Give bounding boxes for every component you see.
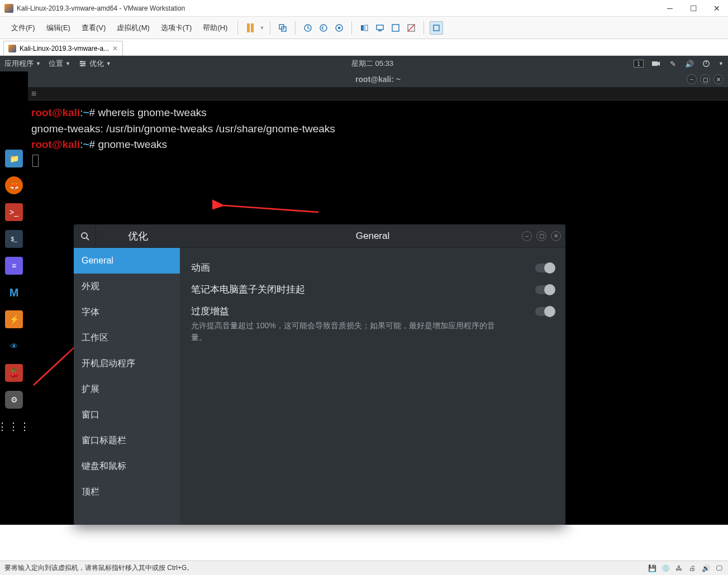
dock-terminal2[interactable]: $_ [5, 230, 23, 248]
unity-icon[interactable] [405, 21, 418, 35]
tweaks-panel-icon [78, 59, 87, 68]
row-lid-label: 笔记本电脑盖子关闭时挂起 [191, 283, 535, 296]
svg-point-18 [83, 63, 85, 65]
sidebar-list: General 外观 字体 工作区 开机启动程序 扩展 窗口 窗口标题栏 键盘和… [74, 248, 180, 525]
camera-icon[interactable] [651, 59, 660, 68]
view-console-icon[interactable] [373, 21, 387, 35]
pause-button[interactable] [244, 21, 257, 35]
sidebar-item-windows[interactable]: 窗口 [74, 402, 180, 428]
close-button[interactable]: ✕ [710, 2, 724, 15]
switch-lid-suspend[interactable] [535, 285, 554, 294]
fullscreen-icon[interactable] [389, 21, 402, 35]
status-display-icon[interactable]: 🖵 [715, 564, 724, 573]
svg-rect-20 [652, 61, 658, 66]
minimize-button[interactable]: ─ [663, 2, 677, 15]
terminal-minimize-button[interactable]: – [687, 74, 697, 84]
vmware-menubar: 文件(F) 编辑(E) 查看(V) 虚拟机(M) 选项卡(T) 帮助(H) ▼ [0, 17, 728, 39]
sidebar-item-keyboard[interactable]: 键盘和鼠标 [74, 453, 180, 479]
panel-optimize[interactable]: 优化▼ [78, 59, 111, 69]
sidebar-item-appearance[interactable]: 外观 [74, 274, 180, 299]
status-usb-icon[interactable]: 🖨 [688, 564, 697, 573]
clock-manage-icon[interactable] [332, 21, 346, 35]
panel-clock[interactable]: 星期二 05:33 [111, 59, 634, 69]
separator [351, 21, 352, 35]
row-animations-label: 动画 [191, 261, 535, 274]
sidebar-item-titlebars[interactable]: 窗口标题栏 [74, 428, 180, 453]
menu-tabs[interactable]: 选项卡(T) [156, 21, 197, 35]
svg-rect-8 [377, 25, 383, 30]
menu-vm[interactable]: 虚拟机(M) [112, 21, 154, 35]
window-title: Kali-Linux-2019.3-vmware-amd64 - VMware … [17, 4, 663, 12]
clock-icon[interactable] [301, 21, 315, 35]
svg-rect-9 [378, 30, 382, 31]
menu-edit[interactable]: 编辑(E) [42, 21, 75, 35]
terminal-split-icon[interactable]: ⊞ [31, 90, 36, 97]
status-cd-icon[interactable]: 💿 [661, 564, 670, 573]
tweaks-main: General – ▢ ✕ 动画 笔记本电脑盖子关闭时挂起 [180, 224, 565, 525]
vm-tab-label: Kali-Linux-2019.3-vmware-a... [20, 45, 109, 52]
status-disk-icon[interactable]: 💾 [648, 564, 656, 573]
dock-settings[interactable]: ⚙ [5, 391, 23, 409]
svg-point-19 [81, 65, 83, 67]
brush-icon[interactable]: ✎ [668, 59, 677, 68]
switch-overamp[interactable] [535, 307, 554, 316]
clock-back-icon[interactable] [317, 21, 330, 35]
dock-eye[interactable]: 👁 [5, 337, 23, 355]
tweaks-maximize-button[interactable]: ▢ [536, 231, 546, 241]
vm-tab[interactable]: Kali-Linux-2019.3-vmware-a... ✕ [3, 41, 123, 55]
dock-apps[interactable]: ⋮⋮⋮ [5, 418, 23, 435]
panel-applications[interactable]: 应用程序▼ [4, 59, 41, 69]
vmware-titlebar: Kali-Linux-2019.3-vmware-amd64 - VMware … [0, 0, 728, 17]
menu-file[interactable]: 文件(F) [7, 21, 40, 35]
switch-animations[interactable] [535, 263, 554, 272]
menu-help[interactable]: 帮助(H) [198, 21, 232, 35]
sidebar-item-extensions[interactable]: 扩展 [74, 376, 180, 402]
dock-firefox[interactable]: 🦊 [5, 176, 23, 194]
terminal-titlebar: root@kali: ~ – ▢ ✕ [28, 71, 728, 87]
tweaks-header: General – ▢ ✕ [180, 224, 565, 248]
row-overamp-desc: 允许提高音量超过 100%，这可能会导致音质损失；如果可能，最好是增加应用程序的… [191, 320, 504, 343]
status-sound-icon[interactable]: 🔊 [701, 564, 710, 573]
workspace-indicator[interactable]: 1 [634, 60, 644, 68]
terminal-size-bar: ⊞ [28, 87, 728, 100]
dock-terminal[interactable]: >_ [5, 203, 23, 221]
dock-burp[interactable]: ⚡ [5, 310, 23, 328]
sidebar-item-general[interactable]: General [74, 248, 180, 274]
dock-metasploit[interactable]: M [5, 284, 23, 301]
sidebar-item-startup[interactable]: 开机启动程序 [74, 351, 180, 376]
panel-places[interactable]: 位置▼ [49, 59, 70, 69]
svg-rect-13 [434, 25, 439, 31]
sidebar-item-topbar[interactable]: 顶栏 [74, 479, 180, 505]
search-icon [80, 232, 89, 241]
svg-rect-10 [392, 25, 399, 31]
sidebar-item-workspaces[interactable]: 工作区 [74, 325, 180, 351]
dock-cherry[interactable]: 🍒 [5, 364, 23, 382]
separator [237, 21, 238, 35]
guest-display[interactable]: 应用程序▼ 位置▼ 优化▼ 星期二 05:33 1 ✎ 🔊 ▼ 📁 🦊 >_ $… [0, 56, 728, 525]
dock-files[interactable]: 📁 [5, 150, 23, 167]
status-network-icon[interactable]: 🖧 [674, 564, 683, 573]
snapshot-icon[interactable] [276, 21, 289, 35]
tweaks-close-button[interactable]: ✕ [551, 231, 561, 241]
terminal-close-button[interactable]: ✕ [713, 74, 724, 84]
gnome-tweaks-window[interactable]: 优化 General 外观 字体 工作区 开机启动程序 扩展 窗口 窗口标题栏 … [74, 224, 565, 525]
volume-icon[interactable]: 🔊 [685, 59, 694, 68]
view-single-icon[interactable] [358, 21, 371, 35]
sidebar-title: 优化 [96, 229, 180, 243]
sidebar-item-fonts[interactable]: 字体 [74, 299, 180, 325]
vm-tab-icon [8, 45, 16, 52]
menu-view[interactable]: 查看(V) [77, 21, 110, 35]
terminal-cursor [32, 155, 39, 167]
dock-editor[interactable]: ≡ [5, 257, 23, 275]
library-icon[interactable] [430, 21, 443, 35]
maximize-button[interactable]: ☐ [687, 2, 700, 15]
separator [424, 21, 424, 35]
tab-close-icon[interactable]: ✕ [112, 45, 118, 52]
search-button[interactable] [74, 224, 96, 248]
tweaks-minimize-button[interactable]: – [522, 231, 532, 241]
terminal-maximize-button[interactable]: ▢ [700, 74, 710, 84]
vmware-tabbar: Kali-Linux-2019.3-vmware-a... ✕ [0, 39, 728, 56]
power-icon[interactable] [702, 59, 711, 68]
kali-dock: 📁 🦊 >_ $_ ≡ M ⚡ 👁 🍒 ⚙ ⋮⋮⋮ [0, 71, 28, 525]
terminal-body[interactable]: root@kali:~# whereis gnome-tweaks gnome-… [28, 100, 728, 173]
